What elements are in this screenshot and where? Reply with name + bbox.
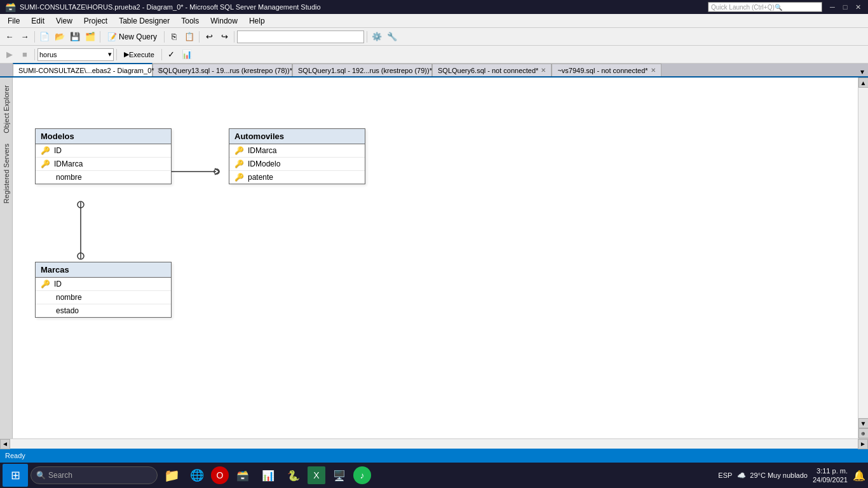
automoviles-patente-field: patente [248,173,273,182]
menu-window[interactable]: Window [205,15,243,27]
automoviles-idmodelo-row: 🔑 IDModelo [229,158,365,171]
save-all-button[interactable]: 🗂️ [83,30,97,44]
taskbar-search[interactable]: 🔍 Search [31,466,158,484]
automoviles-idmarca-row: 🔑 IDMarca [229,144,365,158]
database-dropdown[interactable]: horus ▾ [37,48,114,61]
scroll-right-button[interactable]: ► [858,439,868,449]
close-button[interactable]: ✕ [853,2,863,12]
sep8 [116,49,117,60]
key-icon: 🔑 [41,280,50,288]
tab-diagram-close[interactable]: ✕ [157,67,162,74]
maximize-button[interactable]: □ [840,2,850,12]
menu-file[interactable]: File [3,15,25,27]
dropdown-arrow: ▾ [108,50,112,58]
automoviles-idmodelo-field: IDModelo [248,159,280,168]
object-explorer-label[interactable]: Object Explorer [3,85,10,133]
tab-vs7949[interactable]: ~vs7949.sql - not connected* ✕ [552,64,661,76]
redo-button[interactable]: ↪ [217,30,231,44]
back-button[interactable]: ← [3,30,17,44]
include-actual-button[interactable]: 📊 [180,48,194,62]
key-icon: 🔑 [234,173,244,182]
svg-point-9 [78,253,84,259]
clock: 3:11 p. m. 24/09/2021 [813,466,848,485]
diagram-canvas[interactable]: Modelos 🔑 ID 🔑 IDMarca nombre Automovile… [13,78,858,438]
marcas-table: Marcas 🔑 ID nombre estado [35,262,172,318]
start-button[interactable]: ⊞ [3,464,28,487]
taskbar-excel[interactable]: X [308,466,325,484]
quick-launch-box[interactable]: Quick Launch (Ctrl+Q) 🔍 [708,2,822,12]
time-display: 3:11 p. m. [813,466,848,475]
taskbar-python[interactable]: 🐍 [282,464,305,487]
taskbar-spotify[interactable]: ♪ [353,466,371,484]
scroll-corner-button[interactable]: ⊕ [858,428,869,438]
address-bar[interactable] [237,30,364,43]
tab-sqlquery13[interactable]: SQLQuery13.sql - 19...rus (krestrepo (78… [153,64,292,76]
menu-table-designer[interactable]: Table Designer [114,15,175,27]
tab-vs7949-label: ~vs7949.sql - not connected* [557,67,648,74]
new-query-button[interactable]: 📝 New Query [103,30,161,44]
title-bar-left: 🗃️ SUMI-CONSULTAZE\HORUS.prueba2 - Diagr… [5,2,321,12]
status-bar: Ready [0,449,868,463]
title-bar: 🗃️ SUMI-CONSULTAZE\HORUS.prueba2 - Diagr… [0,0,868,14]
taskbar-file-explorer[interactable]: 📁 [160,464,183,487]
debug-button[interactable]: 🔧 [385,30,399,44]
registered-servers-label[interactable]: Registered Servers [3,144,10,203]
menu-edit[interactable]: Edit [26,15,50,27]
copy-button[interactable]: ⎘ [167,30,181,44]
svg-line-3 [215,168,219,172]
status-ready: Ready [5,452,25,459]
new-file-button[interactable]: 📄 [37,30,51,44]
tabs-overflow-button[interactable]: ▾ [857,67,868,76]
tab-sqlquery6[interactable]: SQLQuery6.sql - not connected* ✕ [432,64,552,76]
tab-diagram[interactable]: SUMI-CONSULTAZE\...ebas2 - Diagram_0* ✕ [13,63,153,76]
parse-button[interactable]: ✓ [165,48,179,62]
taskbar-ssms[interactable]: 🗃️ [231,464,254,487]
taskbar-opera[interactable]: O [211,466,229,484]
scroll-down-button[interactable]: ▼ [858,418,869,428]
tab-sqlquery1[interactable]: SQLQuery1.sql - 192...rus (krestrepo (79… [292,64,432,76]
scroll-up-button[interactable]: ▲ [858,78,869,88]
taskbar-right: ESP ☁️ 29°C Muy nublado 3:11 p. m. 24/09… [718,466,865,485]
marcas-id-field: ID [54,280,62,288]
marcas-nombre-row: nombre [36,291,171,304]
properties-button[interactable]: ⚙️ [370,30,384,44]
modelos-table: Modelos 🔑 ID 🔑 IDMarca nombre [35,128,172,184]
modelos-nombre-row: nombre [36,171,171,184]
menu-view[interactable]: View [51,15,78,27]
modelos-nombre-field: nombre [56,173,82,182]
automoviles-header: Automoviles [229,129,365,144]
menu-help[interactable]: Help [244,15,270,27]
sep5 [234,31,234,43]
taskbar-chrome[interactable]: 🌐 [186,464,208,487]
forward-button[interactable]: → [18,30,32,44]
menu-project[interactable]: Project [79,15,112,27]
sep1 [34,31,35,43]
scroll-left-button[interactable]: ◄ [0,439,10,449]
open-button[interactable]: 📂 [53,30,67,44]
windows-icon: ⊞ [11,468,20,482]
key-icon: 🔑 [41,159,50,168]
taskbar: ⊞ 🔍 Search 📁 🌐 O 🗃️ 📊 🐍 X 🖥️ ♪ ESP ☁️ 29… [0,463,868,488]
modelos-header: Modelos [36,129,171,144]
tab-sqlquery6-close[interactable]: ✕ [541,67,546,74]
window-title: SUMI-CONSULTAZE\HORUS.prueba2 - Diagram_… [20,3,321,11]
minimize-button[interactable]: ─ [827,2,837,12]
execute-button[interactable]: ▶ Execute [119,48,159,62]
paste-button[interactable]: 📋 [182,30,196,44]
menu-tools[interactable]: Tools [176,15,204,27]
marcas-nombre-field: nombre [56,293,82,302]
tab-vs7949-close[interactable]: ✕ [651,67,656,74]
taskbar-remote[interactable]: 🖥️ [328,464,351,487]
vertical-scrollbar[interactable]: ▲ ▼ ⊕ [858,78,868,438]
search-icon: 🔍 [36,471,46,480]
taskbar-app4[interactable]: 📊 [257,464,280,487]
quick-launch-placeholder: Quick Launch (Ctrl+Q) [711,4,775,11]
new-query-icon: 📝 [107,32,117,41]
horizontal-scrollbar[interactable]: ◄ ► [0,438,868,449]
weather-text: 29°C Muy nublado [750,471,808,479]
undo-button[interactable]: ↩ [202,30,216,44]
notification-button[interactable]: 🔔 [853,470,865,482]
save-button[interactable]: 💾 [68,30,82,44]
weather-icon: ☁️ [737,471,746,480]
db-name: horus [39,51,57,58]
